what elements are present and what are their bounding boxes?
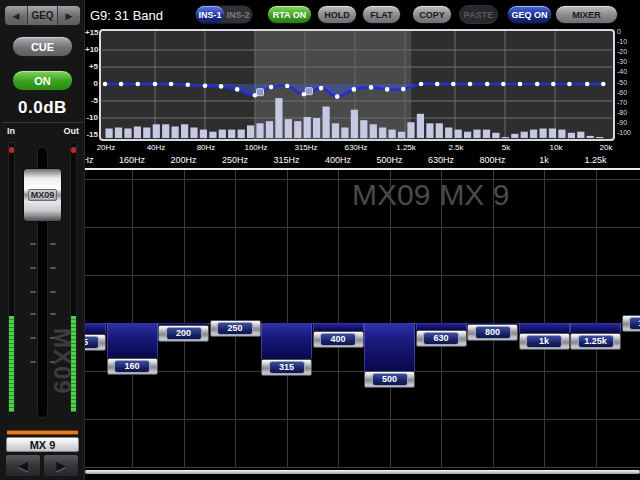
rta-axis-tick: -30 — [617, 58, 639, 65]
band-fader-cap[interactable]: 200 — [158, 325, 209, 342]
band-gain-fill — [570, 323, 621, 333]
rta-bar — [521, 132, 528, 138]
eq-band-dot[interactable] — [153, 82, 158, 87]
eq-band-dot[interactable] — [485, 82, 490, 87]
band-fader-cap[interactable]: 800 — [467, 324, 518, 341]
band-fader-cap[interactable]: 400 — [313, 331, 364, 348]
band-gain-fill — [313, 323, 364, 331]
eq-band-dot[interactable] — [186, 82, 191, 87]
eq-band-dot[interactable] — [219, 84, 224, 89]
eq-band-dot[interactable] — [385, 87, 390, 92]
band-scrollbar[interactable] — [85, 470, 640, 474]
eq-band-dot[interactable] — [253, 93, 258, 98]
rta-bar — [115, 128, 122, 139]
flat-button[interactable]: FLAT — [362, 5, 401, 24]
band-gain-fill — [261, 323, 312, 359]
eq-band-dot[interactable] — [285, 84, 290, 89]
band-freq-label: 1.25k — [574, 155, 618, 165]
eq-band-dot[interactable] — [136, 82, 141, 87]
band-fader-label: 800 — [475, 326, 511, 339]
watermark-channel-name: MX 9 — [439, 178, 509, 211]
band-fader-cap[interactable]: 500 — [364, 371, 415, 388]
eq-band-dot[interactable] — [501, 82, 506, 87]
geq-on-button[interactable]: GEQ ON — [507, 5, 552, 24]
rta-axis-tick: -20 — [617, 48, 639, 55]
eq-band-dot[interactable] — [103, 82, 108, 87]
band-fader-cap[interactable]: 1k — [519, 333, 570, 350]
rta-bar — [209, 132, 216, 138]
channel-fader-knob[interactable]: MX09 — [23, 168, 62, 222]
band-fader-cap[interactable]: 1.6k — [622, 315, 640, 332]
band-gain-fill — [416, 323, 467, 330]
next-channel-button[interactable]: ▶ — [43, 454, 79, 477]
eq-band-dot[interactable] — [468, 82, 473, 87]
fader-scale-tick — [50, 243, 56, 245]
insert-selector: INS-1 INS-2 — [195, 5, 253, 24]
band-fader-cap[interactable]: 1.25k — [570, 333, 621, 350]
eq-band-dot[interactable] — [567, 82, 572, 87]
band-fader-cap[interactable]: 160 — [107, 358, 158, 375]
hold-button[interactable]: HOLD — [317, 5, 357, 24]
eq-band-dot[interactable] — [235, 87, 240, 92]
eq-band-dot[interactable] — [335, 94, 340, 99]
eq-band-dot[interactable] — [518, 82, 523, 87]
rta-bar — [568, 133, 575, 138]
prev-geq-button[interactable]: ◀ — [5, 6, 28, 25]
meter-out-label: Out — [64, 126, 80, 136]
ins2-tab[interactable]: INS-2 — [224, 6, 252, 23]
eq-band-dot[interactable] — [369, 85, 374, 90]
band-fader-cap[interactable]: 630 — [416, 330, 467, 347]
band-fader-cap[interactable]: 125 — [85, 334, 106, 351]
eq-band-dot[interactable] — [269, 85, 274, 90]
band-fader-cap[interactable]: 250 — [210, 320, 261, 337]
band-handle-marker[interactable] — [257, 89, 264, 96]
rta-on-button[interactable]: RTA ON — [267, 5, 312, 24]
band-freq-label: 500Hz — [368, 155, 412, 165]
fader-scale-tick — [30, 337, 36, 339]
rta-bar — [426, 123, 433, 138]
sidebar-divider — [2, 122, 83, 123]
band-handle-marker[interactable] — [305, 88, 312, 95]
eq-band-dot[interactable] — [535, 82, 540, 87]
rta-bar — [228, 130, 235, 138]
eq-band-dot[interactable] — [352, 87, 357, 92]
band-fader-label: 400 — [320, 333, 356, 346]
rta-bar — [436, 123, 443, 138]
fader-scale-tick — [30, 267, 36, 269]
rta-bar — [219, 130, 226, 138]
band-grid-hline — [85, 227, 640, 228]
eq-band-dot[interactable] — [302, 92, 307, 97]
mixer-button[interactable]: MIXER — [555, 5, 618, 24]
left-arrow-icon: ◀ — [18, 458, 28, 473]
eq-band-dot[interactable] — [419, 82, 424, 87]
next-geq-button[interactable]: ▶ — [58, 6, 80, 25]
eq-band-dot[interactable] — [401, 87, 406, 92]
band-fader-label: 315 — [269, 361, 305, 374]
paste-button: PASTE — [459, 5, 498, 24]
copy-button[interactable]: COPY — [412, 5, 452, 24]
fader-scale-tick — [50, 267, 56, 269]
band-fader-cap[interactable]: 315 — [261, 359, 312, 376]
rta-bar — [360, 120, 367, 138]
meter-in-label: In — [7, 126, 15, 136]
eq-band-dot[interactable] — [451, 82, 456, 87]
cue-button[interactable]: CUE — [12, 36, 73, 57]
eq-band-dot[interactable] — [585, 82, 590, 87]
eq-band-dot[interactable] — [601, 82, 606, 87]
eq-band-dot[interactable] — [319, 86, 324, 91]
rta-bar — [181, 124, 188, 138]
eq-band-dot[interactable] — [435, 82, 440, 87]
right-arrow-icon: ▶ — [66, 11, 73, 21]
prev-channel-button[interactable]: ◀ — [5, 454, 41, 477]
on-button[interactable]: ON — [12, 70, 73, 91]
geq-overview-chart[interactable] — [99, 29, 615, 142]
eq-band-dot[interactable] — [119, 82, 124, 87]
ins1-tab[interactable]: INS-1 — [196, 6, 224, 23]
eq-band-dot[interactable] — [551, 82, 556, 87]
rta-axis-tick: -90 — [617, 119, 639, 126]
fader-scale-tick — [50, 291, 56, 293]
band-grid-vline — [390, 170, 391, 467]
gain-axis-tick: -5 — [85, 96, 98, 105]
eq-band-dot[interactable] — [169, 82, 174, 87]
eq-band-dot[interactable] — [203, 83, 208, 88]
